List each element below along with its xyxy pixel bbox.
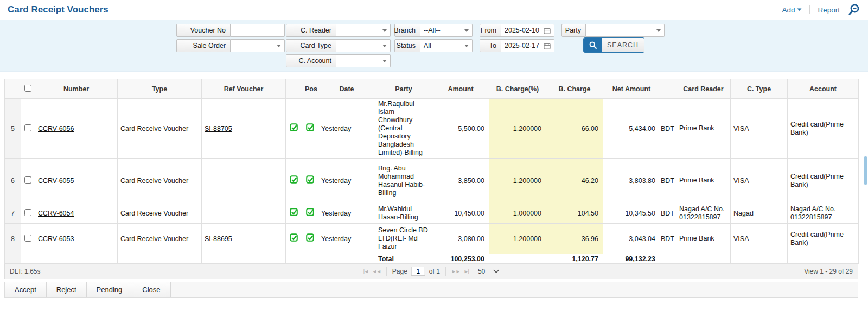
col-c-type: C. Type <box>731 79 788 99</box>
pending-button[interactable]: Pending <box>87 282 133 297</box>
card-type-label: Card Type <box>286 39 336 52</box>
page-title: Card Receipt Vouchers <box>8 4 108 15</box>
branch-select[interactable]: --All-- <box>420 24 473 37</box>
filter-panel: Voucher No C. Reader Branch --All-- From… <box>0 20 868 72</box>
currency-cell: BDT <box>660 224 676 254</box>
accept-button[interactable]: Accept <box>5 282 47 297</box>
pos-check-icon <box>306 208 315 218</box>
search-button[interactable]: SEARCH <box>583 37 644 53</box>
pager-prev-icon[interactable]: ◄◄ <box>372 269 381 274</box>
total-row: Total 100,253.00 1,120.77 99,132.23 <box>5 254 859 264</box>
ref-voucher-link[interactable]: SI-88705 <box>205 125 232 132</box>
search-icon <box>584 38 602 52</box>
col-type: Type <box>118 79 202 99</box>
pager-divider <box>445 267 446 276</box>
pager-last-icon[interactable]: ►| <box>464 269 469 274</box>
dropdown-arrow-icon <box>464 45 469 47</box>
table-row[interactable]: 8 CCRV-6053 Card Receive Voucher SI-8869… <box>5 224 859 254</box>
page-size-select[interactable]: 50 <box>478 268 499 275</box>
from-date-input[interactable]: 2025-02-10 <box>501 24 554 37</box>
ref-voucher-link[interactable]: SI-88695 <box>205 235 232 243</box>
voucher-number-link[interactable]: CCRV-6053 <box>38 235 74 243</box>
select-all-header <box>21 79 35 99</box>
dropdown-arrow-icon <box>464 29 469 32</box>
page-input[interactable] <box>411 267 425 276</box>
row-checkbox[interactable] <box>24 235 31 242</box>
row-checkbox[interactable] <box>24 209 31 216</box>
header-row: Number Type Ref Voucher Pos Date Party A… <box>5 79 859 99</box>
row-checkbox[interactable] <box>24 176 31 184</box>
c-account-label: C. Account <box>286 54 336 67</box>
party-select[interactable] <box>586 24 665 37</box>
col-card-reader: Card Reader <box>676 79 731 99</box>
page-label: Page <box>392 268 407 275</box>
dropdown-arrow-icon <box>382 45 387 47</box>
col-number: Number <box>35 79 118 99</box>
pos-check-icon <box>306 233 315 244</box>
pager-first-icon[interactable]: |◄ <box>363 269 368 274</box>
currency-cell: BDT <box>660 99 676 159</box>
dropdown-arrow-icon <box>656 29 661 32</box>
card-type-select[interactable] <box>336 39 391 52</box>
total-amount: 100,253.00 <box>432 254 489 264</box>
topbar-divider <box>809 5 810 14</box>
status-select[interactable]: All <box>420 39 473 52</box>
dlt-status: DLT: 1.65s <box>10 268 40 275</box>
collapse-search-icon[interactable] <box>847 3 860 16</box>
col-amount: Amount <box>432 79 489 99</box>
chevron-down-icon <box>797 8 802 11</box>
calendar-icon[interactable] <box>544 42 551 49</box>
sale-order-select[interactable] <box>231 39 285 52</box>
party-cell: Seven Circle BD LTD(REf- Md Faizur <box>375 224 432 254</box>
pager-next-icon[interactable]: ►► <box>451 269 460 274</box>
calendar-icon[interactable] <box>544 27 551 34</box>
to-date-input[interactable]: 2025-02-17 <box>501 39 554 52</box>
pos-check-icon <box>306 175 315 186</box>
voucher-number-link[interactable]: CCRV-6054 <box>38 210 74 217</box>
voucher-no-input[interactable] <box>231 24 285 37</box>
total-label: Total <box>375 254 432 264</box>
dropdown-arrow-icon <box>382 29 387 32</box>
c-account-select[interactable] <box>336 54 391 67</box>
view-range-label: View 1 - 29 of 29 <box>804 268 853 275</box>
sale-order-label: Sale Order <box>176 39 231 52</box>
col-account: Account <box>788 79 859 99</box>
voucher-no-label: Voucher No <box>176 24 231 37</box>
branch-label: Branch <box>394 24 420 37</box>
dropdown-arrow-icon <box>277 45 281 47</box>
row-checkbox[interactable] <box>24 124 31 131</box>
party-cell: Mr.Wahidul Hasan-Billing <box>375 203 432 224</box>
total-charge: 1,120.77 <box>546 254 603 264</box>
pos-check-icon <box>306 123 315 134</box>
posted-check-icon <box>290 233 298 244</box>
col-b-charge-pct: B. Charge(%) <box>489 79 546 99</box>
col-b-charge: B. Charge <box>546 79 603 99</box>
party-cell: Mr.Raquibul Islam Chowdhury (Central Dep… <box>375 99 432 159</box>
table-row[interactable]: 6 CCRV-6055 Card Receive Voucher Yesterd… <box>5 159 859 203</box>
c-reader-select[interactable] <box>336 24 391 37</box>
col-currency <box>660 79 676 99</box>
close-button[interactable]: Close <box>132 282 170 297</box>
top-bar: Card Receipt Vouchers Add Report <box>0 0 868 20</box>
reject-button[interactable]: Reject <box>47 282 87 297</box>
voucher-number-link[interactable]: CCRV-6055 <box>38 177 74 185</box>
report-link[interactable]: Report <box>818 6 840 14</box>
action-bar: Accept Reject Pending Close <box>4 282 858 298</box>
currency-cell: BDT <box>660 203 676 224</box>
rownum-header <box>5 79 21 99</box>
posted-check-icon <box>290 208 298 218</box>
table-row[interactable]: 5 CCRV-6056 Card Receive Voucher SI-8870… <box>5 99 859 159</box>
chevron-down-icon <box>493 269 499 273</box>
voucher-number-link[interactable]: CCRV-6056 <box>38 125 74 132</box>
col-net-amount: Net Amount <box>603 79 660 99</box>
select-all-checkbox[interactable] <box>24 85 31 92</box>
col-party: Party <box>375 79 432 99</box>
table-row[interactable]: 7 CCRV-6054 Card Receive Voucher Yesterd… <box>5 203 859 224</box>
c-reader-label: C. Reader <box>286 24 336 37</box>
add-menu[interactable]: Add <box>782 6 802 14</box>
vertical-scrollbar-thumb[interactable] <box>864 156 867 185</box>
total-net: 99,132.23 <box>603 254 660 264</box>
currency-cell: BDT <box>660 159 676 203</box>
party-cell: Brig. Abu Mohammad Hasanul Habib-Billing <box>375 159 432 203</box>
col-date: Date <box>318 79 375 99</box>
